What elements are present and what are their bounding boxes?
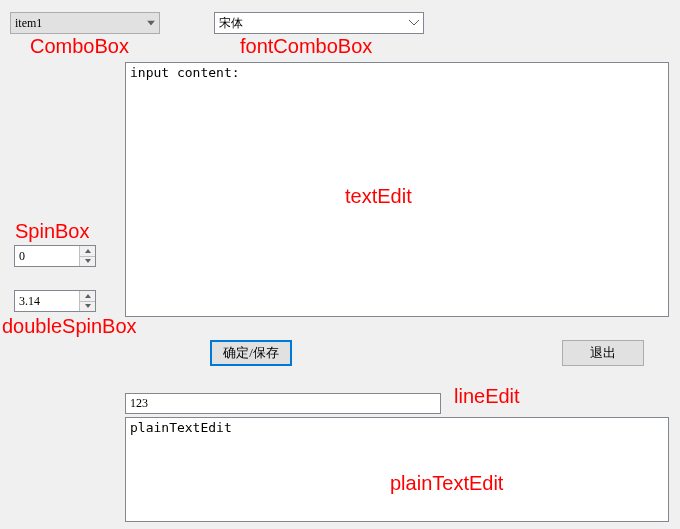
chevron-down-icon <box>409 20 419 26</box>
exit-button[interactable]: 退出 <box>562 340 644 366</box>
font-combobox-value: 宋体 <box>219 15 243 32</box>
double-spin-box[interactable]: 3.14 <box>14 290 96 312</box>
annotation-doublespinbox: doubleSpinBox <box>2 315 137 338</box>
spin-box[interactable]: 0 <box>14 245 96 267</box>
text-edit[interactable]: input content: <box>125 62 669 317</box>
main-combobox-value: item1 <box>15 16 42 31</box>
line-edit[interactable]: 123 <box>125 393 441 414</box>
annotation-spinbox: SpinBox <box>15 220 90 243</box>
exit-label: 退出 <box>590 344 616 362</box>
spin-down-icon[interactable] <box>80 257 95 267</box>
spin-up-icon[interactable] <box>80 246 95 257</box>
main-combobox[interactable]: item1 <box>10 12 160 34</box>
text-edit-content: input content: <box>130 65 240 80</box>
spin-down-icon[interactable] <box>80 302 95 312</box>
spin-up-icon[interactable] <box>80 291 95 302</box>
annotation-fontcombobox: fontComboBox <box>240 35 372 58</box>
double-spin-box-value: 3.14 <box>15 291 79 311</box>
plain-text-edit[interactable]: plainTextEdit <box>125 417 669 522</box>
font-combobox[interactable]: 宋体 <box>214 12 424 34</box>
confirm-save-label: 确定/保存 <box>223 344 279 362</box>
annotation-lineedit: lineEdit <box>454 385 520 408</box>
confirm-save-button[interactable]: 确定/保存 <box>210 340 292 366</box>
chevron-down-icon <box>147 21 155 26</box>
plain-text-edit-content: plainTextEdit <box>130 420 232 435</box>
spin-box-value: 0 <box>15 246 79 266</box>
line-edit-value: 123 <box>130 396 148 411</box>
annotation-combobox: ComboBox <box>30 35 129 58</box>
